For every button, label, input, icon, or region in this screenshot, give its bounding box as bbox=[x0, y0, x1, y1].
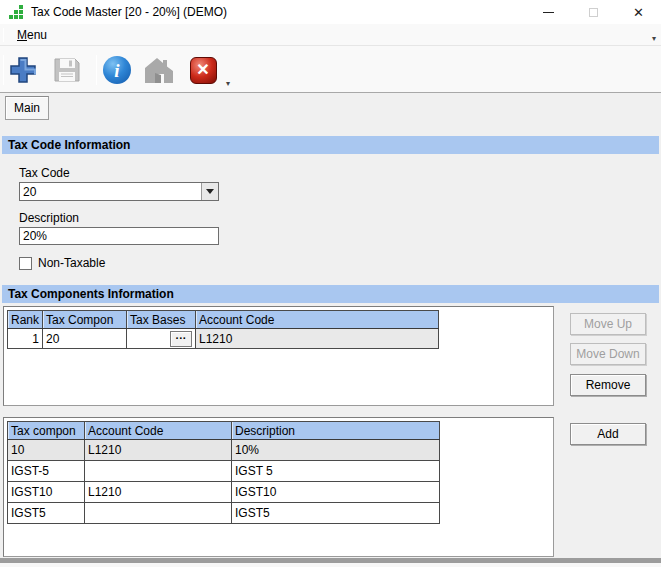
tab-main[interactable]: Main bbox=[5, 96, 49, 120]
tax-code-dropdown-button[interactable] bbox=[201, 183, 218, 200]
rank-cell[interactable]: 1 bbox=[8, 329, 43, 349]
table-row[interactable]: 1 20 ··· L1210 bbox=[8, 329, 439, 349]
info-icon: i bbox=[103, 56, 131, 84]
description-cell[interactable]: IGST10 bbox=[232, 482, 440, 503]
save-button[interactable] bbox=[50, 53, 84, 87]
col-header-description: Description bbox=[232, 422, 440, 440]
table-row[interactable]: IGST5 IGST5 bbox=[8, 503, 440, 524]
components-grid-panel: Rank Tax Compon Tax Bases Account Code 1… bbox=[3, 306, 554, 406]
tax-code-combobox[interactable]: 20 bbox=[19, 182, 219, 201]
table-row[interactable]: IGST-5 IGST 5 bbox=[8, 461, 440, 482]
menubar-grip[interactable] bbox=[3, 28, 4, 42]
description-cell[interactable]: IGST 5 bbox=[232, 461, 440, 482]
col-header-tax-compon: Tax Compon bbox=[43, 311, 127, 329]
exit-icon: ✕ bbox=[190, 57, 217, 84]
menu-item-menu[interactable]: Menu bbox=[13, 27, 51, 43]
save-icon bbox=[52, 55, 82, 85]
table-row[interactable]: IGST10 L1210 IGST10 bbox=[8, 482, 440, 503]
maximize-button[interactable] bbox=[571, 0, 616, 24]
info-button[interactable]: i bbox=[100, 53, 134, 87]
col-header-tax-compon: Tax compon bbox=[8, 422, 85, 440]
toolbar-separator bbox=[96, 55, 97, 85]
description-cell[interactable]: IGST5 bbox=[232, 503, 440, 524]
description-input[interactable]: 20% bbox=[19, 227, 219, 245]
minimize-button[interactable] bbox=[526, 0, 571, 24]
home-icon bbox=[143, 55, 175, 85]
toolbar-overflow-arrow[interactable]: ▾ bbox=[226, 80, 230, 88]
close-button[interactable]: ✕ bbox=[616, 0, 661, 24]
col-header-tax-bases: Tax Bases bbox=[127, 311, 196, 329]
available-components-panel: Tax compon Account Code Description 10 L… bbox=[3, 417, 554, 557]
components-table: Rank Tax Compon Tax Bases Account Code 1… bbox=[7, 310, 439, 349]
tax-compon-cell[interactable]: IGST-5 bbox=[8, 461, 85, 482]
account-code-cell[interactable]: L1210 bbox=[196, 329, 439, 349]
description-label: Description bbox=[19, 211, 79, 225]
tax-compon-cell[interactable]: IGST5 bbox=[8, 503, 85, 524]
add-icon bbox=[7, 54, 39, 86]
toolbar-grip[interactable] bbox=[3, 55, 4, 85]
tax-code-info-header: Tax Code Information bbox=[2, 136, 659, 154]
col-header-rank: Rank bbox=[8, 311, 43, 329]
table-row[interactable]: 10 L1210 10% bbox=[8, 440, 440, 461]
description-cell[interactable]: 10% bbox=[232, 440, 440, 461]
non-taxable-checkbox[interactable] bbox=[19, 257, 32, 270]
remove-button[interactable]: Remove bbox=[570, 374, 646, 396]
tax-component-cell[interactable]: 20 bbox=[43, 329, 127, 349]
toolbar: i ✕ ▾ bbox=[0, 46, 661, 93]
app-icon bbox=[8, 4, 24, 20]
account-code-cell[interactable]: L1210 bbox=[85, 482, 232, 503]
close-icon: ✕ bbox=[633, 6, 644, 19]
tax-bases-cell[interactable]: ··· bbox=[127, 329, 196, 349]
available-components-table: Tax compon Account Code Description 10 L… bbox=[7, 421, 440, 524]
window-title: Tax Code Master [20 - 20%] (DEMO) bbox=[31, 5, 227, 19]
tax-compon-cell[interactable]: IGST10 bbox=[8, 482, 85, 503]
maximize-icon bbox=[589, 8, 598, 17]
add-button[interactable] bbox=[6, 53, 40, 87]
home-button[interactable] bbox=[142, 53, 176, 87]
move-down-button[interactable]: Move Down bbox=[570, 343, 646, 365]
col-header-account-code: Account Code bbox=[85, 422, 232, 440]
tax-bases-ellipsis-button[interactable]: ··· bbox=[170, 331, 192, 347]
menu-bar: Menu ▾ bbox=[0, 24, 661, 46]
move-up-button[interactable]: Move Up bbox=[570, 313, 646, 335]
col-header-account-code: Account Code bbox=[196, 311, 439, 329]
add-component-button[interactable]: Add bbox=[570, 423, 646, 445]
window-bottom-margin bbox=[0, 563, 661, 567]
title-bar: Tax Code Master [20 - 20%] (DEMO) ✕ bbox=[0, 0, 661, 24]
tax-compon-cell[interactable]: 10 bbox=[8, 440, 85, 461]
account-code-cell[interactable] bbox=[85, 461, 232, 482]
exit-button[interactable]: ✕ bbox=[186, 53, 220, 87]
minimize-icon bbox=[543, 12, 554, 13]
tax-code-label: Tax Code bbox=[19, 166, 70, 180]
account-code-cell[interactable]: L1210 bbox=[85, 440, 232, 461]
tax-components-header: Tax Components Information bbox=[2, 285, 659, 303]
non-taxable-label: Non-Taxable bbox=[38, 257, 105, 270]
menubar-overflow-arrow[interactable]: ▾ bbox=[652, 35, 656, 43]
tax-code-value: 20 bbox=[23, 184, 36, 200]
account-code-cell[interactable] bbox=[85, 503, 232, 524]
chevron-down-icon bbox=[206, 189, 214, 194]
